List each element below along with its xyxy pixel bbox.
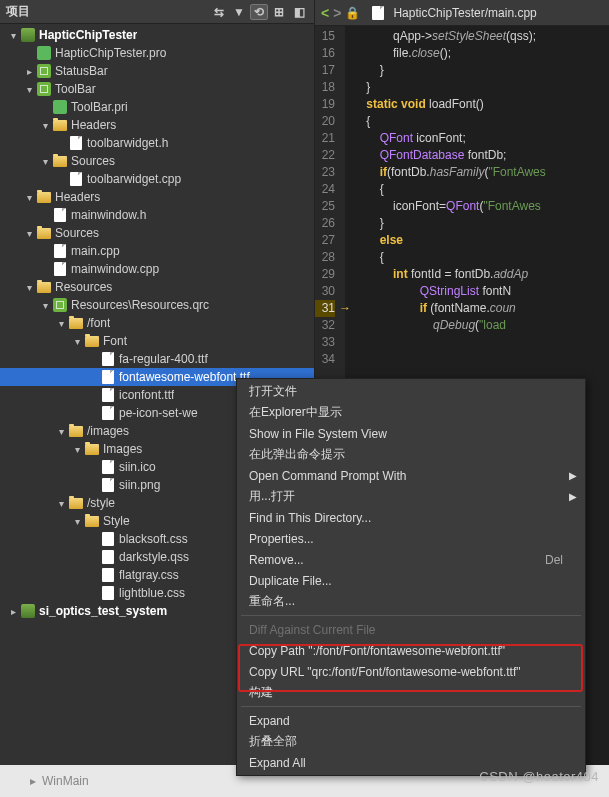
expand-toggle[interactable]: ▾ [22,228,36,239]
node-icon [52,207,68,223]
tree-node[interactable]: ▾Sources [0,152,314,170]
expand-toggle[interactable]: ▾ [6,30,20,41]
node-label: Headers [55,190,100,204]
tree-node[interactable]: toolbarwidget.h [0,134,314,152]
tree-node[interactable]: ▾Sources [0,224,314,242]
tree-node[interactable]: ▾HapticChipTester [0,26,314,44]
expand-toggle[interactable]: ▾ [70,444,84,455]
node-label: Headers [71,118,116,132]
tree-node[interactable]: ▾Font [0,332,314,350]
node-icon [20,27,36,43]
node-icon [84,513,100,529]
menu-item-label: Diff Against Current File [249,623,376,637]
menu-item[interactable]: Show in File System View [239,423,583,444]
node-label: ToolBar.pri [71,100,128,114]
menu-item[interactable]: 折叠全部 [239,731,583,752]
menu-item-label: 在Explorer中显示 [249,404,342,421]
menu-item[interactable]: Remove...Del [239,549,583,570]
nav-back-icon[interactable]: < [321,5,329,21]
node-icon [100,567,116,583]
node-icon [36,189,52,205]
sync-icon[interactable]: ⇆ [210,4,228,20]
tree-node[interactable]: ToolBar.pri [0,98,314,116]
editor-tab[interactable]: HapticChipTester/main.cpp [364,3,542,23]
link-icon[interactable]: ⟲ [250,4,268,20]
expand-toggle[interactable]: ▾ [22,84,36,95]
expand-toggle[interactable]: ▾ [54,498,68,509]
node-label: Images [103,442,142,456]
tree-node[interactable]: main.cpp [0,242,314,260]
node-icon [20,603,36,619]
node-icon [100,405,116,421]
node-label: fontawesome-webfont.ttf [119,370,250,384]
expand-toggle[interactable]: ▾ [70,336,84,347]
tree-node[interactable]: HapticChipTester.pro [0,44,314,62]
menu-item[interactable]: Properties... [239,528,583,549]
menu-item[interactable]: Copy Path ":/font/Font/fontawesome-webfo… [239,640,583,661]
editor-toolbar: < > 🔒 HapticChipTester/main.cpp [315,0,609,26]
lock-icon[interactable]: 🔒 [345,6,360,20]
add-icon[interactable]: ⊞ [270,4,288,20]
node-icon [52,99,68,115]
node-icon [100,549,116,565]
expand-toggle[interactable]: ▸ [6,606,20,617]
node-label: pe-icon-set-we [119,406,198,420]
tree-node[interactable]: mainwindow.cpp [0,260,314,278]
tree-node[interactable]: fa-regular-400.ttf [0,350,314,368]
tree-node[interactable]: ▾Headers [0,188,314,206]
sidebar-toolbar: ⇆ ▼ ⟲ ⊞ ◧ [210,4,308,20]
node-label: StatusBar [55,64,108,78]
sidebar-title: 项目 [6,3,210,20]
tree-node[interactable]: ▾/font [0,314,314,332]
menu-item[interactable]: Open Command Prompt With▶ [239,465,583,486]
menu-item-label: Properties... [249,532,314,546]
nav-fwd-icon[interactable]: > [333,5,341,21]
filter-icon[interactable]: ▼ [230,4,248,20]
node-label: toolbarwidget.cpp [87,172,181,186]
node-label: siin.ico [119,460,156,474]
menu-item-label: 打开文件 [249,383,297,400]
menu-item[interactable]: Expand [239,710,583,731]
tree-node[interactable]: ▾Headers [0,116,314,134]
menu-item-label: Duplicate File... [249,574,332,588]
tree-node[interactable]: ▾Resources\Resources.qrc [0,296,314,314]
menu-item[interactable]: Find in This Directory... [239,507,583,528]
expand-toggle[interactable]: ▸ [22,66,36,77]
menu-item[interactable]: 重命名... [239,591,583,612]
menu-item-label: 用...打开 [249,488,295,505]
expand-toggle[interactable]: ▾ [22,192,36,203]
expand-toggle[interactable]: ▾ [54,426,68,437]
tree-node[interactable]: ▾Resources [0,278,314,296]
menu-item[interactable]: 打开文件 [239,381,583,402]
node-icon [36,81,52,97]
menu-item-label: 折叠全部 [249,733,297,750]
expand-toggle[interactable]: ▾ [38,156,52,167]
menu-item[interactable]: Duplicate File... [239,570,583,591]
expand-toggle[interactable]: ▾ [22,282,36,293]
menu-item[interactable]: Copy URL "qrc:/font/Font/fontawesome-web… [239,661,583,682]
node-icon [100,585,116,601]
node-icon [100,369,116,385]
node-icon [52,153,68,169]
node-label: /font [87,316,110,330]
node-label: Sources [55,226,99,240]
tree-node[interactable]: mainwindow.h [0,206,314,224]
menu-item[interactable]: 用...打开▶ [239,486,583,507]
node-label: fa-regular-400.ttf [119,352,208,366]
split-icon[interactable]: ◧ [290,4,308,20]
expand-toggle[interactable]: ▾ [38,300,52,311]
node-label: darkstyle.qss [119,550,189,564]
node-label: flatgray.css [119,568,179,582]
tree-node[interactable]: toolbarwidget.cpp [0,170,314,188]
expand-toggle[interactable]: ▾ [38,120,52,131]
expand-toggle[interactable]: ▾ [54,318,68,329]
node-label: lightblue.css [119,586,185,600]
tree-node[interactable]: ▾ToolBar [0,80,314,98]
context-menu[interactable]: 打开文件在Explorer中显示Show in File System View… [236,378,586,776]
menu-item-label: Expand All [249,756,306,770]
expand-toggle[interactable]: ▾ [70,516,84,527]
menu-item[interactable]: 构建 [239,682,583,703]
menu-item[interactable]: 在Explorer中显示 [239,402,583,423]
tree-node[interactable]: ▸StatusBar [0,62,314,80]
menu-item[interactable]: 在此弹出命令提示 [239,444,583,465]
